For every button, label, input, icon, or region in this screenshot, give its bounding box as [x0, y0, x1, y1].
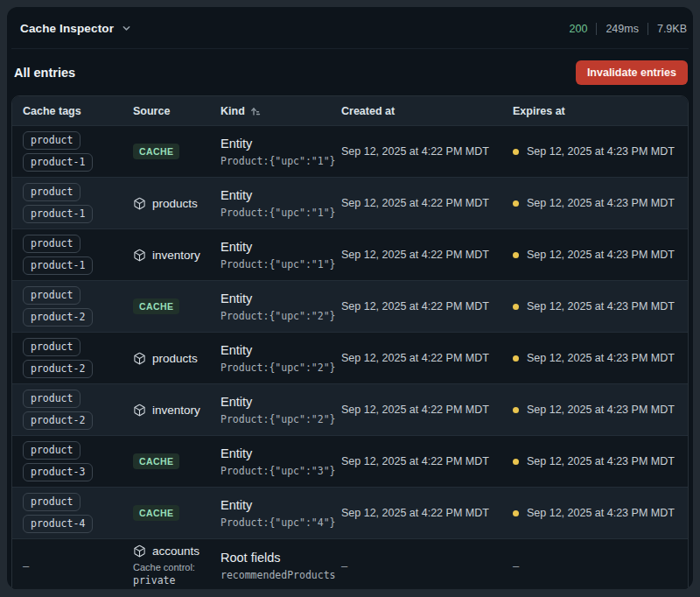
cache-tag: product-1 [23, 153, 93, 172]
expires-at-value: Sep 12, 2025 at 4:23 PM MDT [527, 197, 675, 209]
divider [596, 23, 597, 35]
table-row[interactable]: productproduct-2 products Entity Product… [12, 332, 688, 383]
cache-inspector-panel: Cache Inspector 200 249ms 7.9KB All entr… [7, 7, 693, 589]
cache-tag: product [23, 390, 80, 408]
cell-expires-at: Sep 12, 2025 at 4:23 PM MDT [513, 507, 677, 519]
cell-kind: Entity Product:{"upc":"2"} [220, 394, 341, 425]
table-row[interactable]: productproduct-1 products Entity Product… [12, 177, 688, 228]
cell-kind: Entity Product:{"upc":"1"} [220, 136, 341, 166]
service-source: inventory [133, 404, 220, 417]
cell-created-at: Sep 12, 2025 at 4:22 PM MDT [341, 455, 513, 467]
cell-source: CACHE [133, 144, 220, 159]
kind-detail: Product:{"upc":"2"} [220, 310, 341, 322]
kind-title: Entity [220, 187, 341, 203]
kind-title: Entity [220, 446, 341, 461]
divider [648, 23, 648, 35]
column-header-created-at[interactable]: Created at [341, 105, 513, 117]
cell-source: CACHE [133, 453, 220, 469]
cache-inspector-dropdown[interactable]: Cache Inspector [20, 22, 131, 35]
cell-source: products [133, 197, 220, 210]
column-header-source[interactable]: Source [133, 105, 220, 117]
cell-created-at: Sep 12, 2025 at 4:22 PM MDT [341, 197, 513, 209]
column-header-cache-tags[interactable]: Cache tags [23, 105, 133, 117]
expires-at-value: Sep 12, 2025 at 4:23 PM MDT [527, 507, 675, 519]
topbar: Cache Inspector 200 249ms 7.9KB [11, 7, 689, 49]
expiry-status-dot [513, 510, 519, 516]
empty-value: – [513, 559, 519, 572]
cell-created-at: Sep 12, 2025 at 4:22 PM MDT [341, 249, 513, 261]
kind-title: Entity [220, 136, 341, 151]
cell-cache-tags: productproduct-4 [23, 493, 133, 533]
cell-kind: Root fields recommendedProducts [220, 550, 341, 580]
cell-created-at: Sep 12, 2025 at 4:22 PM MDT [341, 145, 513, 158]
column-header-expires-at[interactable]: Expires at [513, 105, 677, 117]
created-at-value: Sep 12, 2025 at 4:22 PM MDT [341, 300, 489, 313]
kind-detail: Product:{"upc":"1"} [220, 155, 341, 167]
cell-expires-at: Sep 12, 2025 at 4:23 PM MDT [513, 404, 677, 416]
cube-icon [133, 249, 146, 262]
status-code: 200 [570, 23, 588, 35]
cell-cache-tags: productproduct-1 [23, 235, 133, 275]
cell-kind: Entity Product:{"upc":"2"} [220, 291, 341, 321]
cell-source: inventory [133, 249, 220, 262]
cache-tag: product-1 [23, 205, 93, 223]
cell-created-at: Sep 12, 2025 at 4:22 PM MDT [341, 300, 513, 313]
table-row[interactable]: productproduct-1 inventory Entity Produc… [12, 228, 688, 280]
service-name: products [152, 352, 198, 365]
cell-cache-tags: – [23, 559, 133, 572]
kind-detail: recommendedProducts [220, 569, 341, 581]
table-row[interactable]: productproduct-3 CACHE Entity Product:{"… [12, 435, 688, 487]
column-header-kind[interactable]: Kind [220, 105, 341, 117]
cell-cache-tags: productproduct-2 [23, 390, 133, 430]
kind-detail: Product:{"upc":"2"} [220, 362, 341, 374]
cell-expires-at: Sep 12, 2025 at 4:23 PM MDT [513, 300, 677, 313]
cell-created-at: Sep 12, 2025 at 4:22 PM MDT [341, 352, 513, 364]
cache-tag: product-3 [23, 463, 93, 481]
expires-at-value: Sep 12, 2025 at 4:23 PM MDT [527, 455, 675, 467]
empty-value: – [341, 559, 347, 572]
table-header-row: Cache tags Source Kind Created at Expire… [12, 96, 688, 125]
expiry-status-dot [513, 200, 519, 207]
table-row[interactable]: productproduct-2 CACHE Entity Product:{"… [12, 280, 688, 332]
created-at-value: Sep 12, 2025 at 4:22 PM MDT [341, 455, 489, 467]
table-row[interactable]: productproduct-4 CACHE Entity Product:{"… [12, 487, 688, 538]
service-source: products [133, 352, 220, 365]
cell-cache-tags: productproduct-1 [23, 183, 133, 223]
cache-tag: product [23, 131, 80, 150]
expiry-status-dot [513, 459, 519, 465]
cube-icon [133, 352, 146, 365]
service-source: inventory [133, 249, 220, 262]
cell-created-at: – [341, 559, 513, 572]
expiry-status-dot [513, 149, 519, 155]
table-body: productproduct-1 CACHE Entity Product:{"… [12, 125, 688, 589]
cube-icon [133, 544, 146, 558]
sort-icon [250, 106, 261, 116]
cube-icon [133, 197, 146, 210]
created-at-value: Sep 12, 2025 at 4:22 PM MDT [341, 249, 489, 261]
cell-source: CACHE [133, 505, 220, 521]
table-row[interactable]: productproduct-2 inventory Entity Produc… [12, 383, 688, 435]
table-row[interactable]: – accounts Cache control: private Root f… [12, 538, 688, 589]
cache-source-badge: CACHE [133, 505, 179, 521]
cache-tag: product-2 [23, 308, 93, 327]
created-at-value: Sep 12, 2025 at 4:22 PM MDT [341, 145, 489, 158]
cell-cache-tags: productproduct-1 [23, 131, 133, 172]
cell-expires-at: Sep 12, 2025 at 4:23 PM MDT [513, 145, 677, 158]
cell-cache-tags: productproduct-3 [23, 441, 133, 481]
cell-kind: Entity Product:{"upc":"1"} [220, 239, 341, 270]
cell-kind: Entity Product:{"upc":"3"} [220, 446, 341, 476]
cache-control-label: Cache control: [133, 562, 220, 572]
cache-tag: product [23, 338, 80, 356]
table-row[interactable]: productproduct-1 CACHE Entity Product:{"… [12, 125, 688, 177]
expiry-status-dot [513, 304, 519, 310]
expiry-status-dot [513, 355, 519, 362]
response-stats: 200 249ms 7.9KB [570, 23, 687, 35]
service-source: accounts [133, 544, 220, 558]
service-name: inventory [152, 404, 200, 417]
cache-tag: product [23, 493, 80, 511]
invalidate-entries-button[interactable]: Invalidate entries [576, 60, 688, 85]
cube-icon [133, 404, 146, 417]
cache-tag: product [23, 183, 80, 201]
created-at-value: Sep 12, 2025 at 4:22 PM MDT [341, 197, 489, 209]
empty-value: – [23, 559, 29, 572]
